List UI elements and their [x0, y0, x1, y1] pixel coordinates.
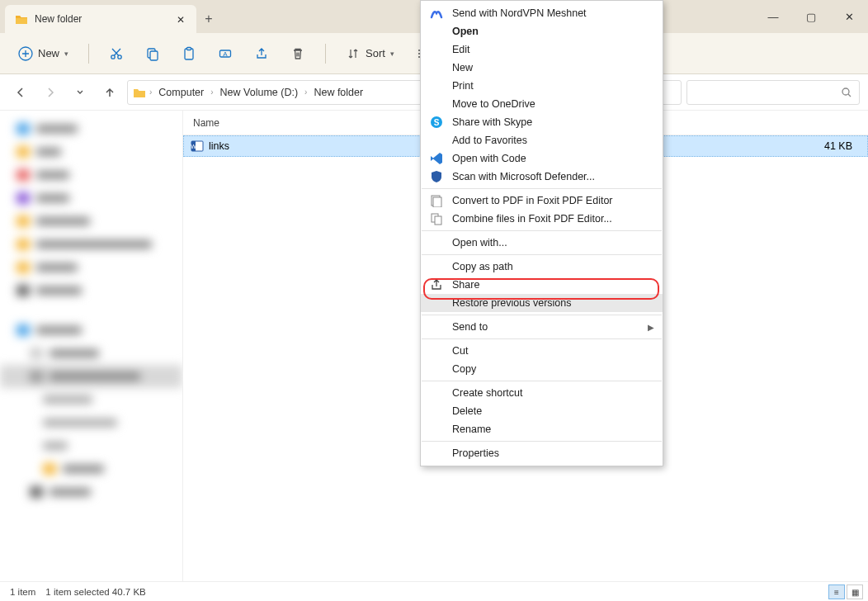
recent-button[interactable] [68, 80, 92, 105]
menu-item[interactable]: Send to▶ [421, 318, 663, 336]
chevron-down-icon: ▾ [64, 50, 68, 58]
sidebar[interactable] [0, 111, 183, 581]
menu-item[interactable]: Properties [421, 444, 663, 462]
folder-icon [15, 13, 28, 25]
menu-item-label: Send to [452, 321, 488, 333]
view-switcher: ≡ ▦ [828, 584, 863, 599]
menu-item[interactable]: New [421, 59, 663, 77]
sort-button-label: Sort [366, 47, 385, 59]
menu-item[interactable]: Open with Code [421, 149, 663, 168]
rename-icon: A [218, 46, 233, 61]
menu-item[interactable]: Convert to PDF in Foxit PDF Editor [421, 192, 663, 210]
share-button[interactable] [248, 41, 276, 66]
column-name[interactable]: Name [193, 117, 399, 129]
search-input[interactable] [686, 80, 860, 105]
close-window-button[interactable]: ✕ [830, 0, 868, 33]
maximize-button[interactable]: ▢ [792, 0, 830, 33]
menu-item-label: Delete [452, 405, 482, 417]
svg-point-1 [111, 54, 115, 58]
delete-button[interactable] [284, 41, 312, 66]
selection-status: 1 item selected 40.7 KB [45, 587, 145, 597]
plus-circle-icon [18, 46, 33, 61]
menu-item-label: Copy [452, 363, 476, 375]
up-button[interactable] [97, 80, 122, 105]
menu-item[interactable]: Restore previous versions [421, 294, 663, 312]
vscode-icon [429, 151, 444, 166]
svg-text:S: S [434, 118, 440, 127]
tab-active[interactable]: New folder ✕ [5, 5, 196, 33]
menu-item-label: Rename [452, 424, 491, 435]
share-icon [254, 46, 269, 61]
menu-item-label: Cut [452, 345, 468, 357]
svg-rect-4 [150, 51, 158, 60]
tab-close-button[interactable]: ✕ [177, 14, 186, 24]
menu-item-label: Open with... [452, 237, 507, 248]
menu-item-label: Restore previous versions [452, 297, 572, 309]
menu-item[interactable]: Copy as path [421, 258, 663, 276]
menu-item[interactable]: Copy [421, 360, 663, 378]
icons-view-button[interactable]: ▦ [847, 584, 863, 599]
menu-item-label: Combine files in Foxit PDF Editor... [452, 213, 612, 225]
crumb-volume[interactable]: New Volume (D:) [217, 85, 301, 100]
menu-item[interactable]: SShare with Skype [421, 113, 663, 131]
svg-point-9 [842, 88, 849, 95]
menu-item[interactable]: Share [421, 276, 663, 294]
menu-separator [422, 441, 662, 442]
chevron-down-icon: ▾ [390, 50, 394, 58]
menu-item-label: Move to OneDrive [452, 98, 535, 110]
context-menu: Send with NordVPN MeshnetOpenEditNewPrin… [420, 0, 663, 466]
item-count: 1 item [10, 587, 35, 597]
sort-button[interactable]: Sort ▾ [339, 41, 401, 66]
menu-item-label: New [452, 62, 473, 73]
nord-icon [429, 6, 444, 21]
window-controls: — ▢ ✕ [754, 0, 868, 33]
file-size: 41 KB [811, 140, 861, 152]
cut-button[interactable] [102, 41, 130, 66]
details-view-button[interactable]: ≡ [828, 584, 845, 599]
skype-icon: S [429, 115, 444, 130]
menu-item[interactable]: Open with... [421, 234, 663, 252]
copy-button[interactable] [139, 41, 167, 66]
menu-item-label: Edit [452, 44, 470, 55]
crumb-computer[interactable]: Computer [155, 85, 207, 100]
new-button-label: New [38, 47, 59, 59]
forward-button[interactable] [38, 80, 63, 105]
foxit1-icon [429, 193, 444, 208]
search-icon [841, 87, 852, 98]
tab-title: New folder [35, 13, 170, 25]
menu-item[interactable]: Open [421, 22, 663, 40]
menu-separator [422, 381, 662, 381]
svg-rect-18 [435, 216, 441, 225]
menu-item-label: Print [452, 80, 474, 92]
new-tab-button[interactable]: + [196, 5, 221, 33]
new-button[interactable]: New ▾ [12, 41, 75, 66]
menu-item-label: Open with Code [452, 153, 526, 164]
menu-item[interactable]: Edit [421, 40, 663, 59]
separator [88, 44, 89, 64]
menu-item[interactable]: Combine files in Foxit PDF Editor... [421, 210, 663, 228]
menu-separator [422, 338, 662, 339]
trash-icon [290, 46, 305, 61]
menu-item[interactable]: Scan with Microsoft Defender... [421, 168, 663, 186]
minimize-button[interactable]: — [754, 0, 792, 33]
menu-item[interactable]: Print [421, 77, 663, 95]
menu-item-label: Properties [452, 447, 499, 459]
menu-item-label: Share [452, 279, 479, 291]
clipboard-icon [182, 46, 196, 61]
rename-button[interactable]: A [211, 41, 239, 66]
menu-item[interactable]: Move to OneDrive [421, 95, 663, 113]
menu-item[interactable]: Create shortcut [421, 384, 663, 402]
menu-item[interactable]: Add to Favorites [421, 131, 663, 149]
file-name: links [209, 140, 229, 152]
back-button[interactable] [8, 80, 33, 105]
paste-button[interactable] [175, 41, 203, 66]
menu-item[interactable]: Send with NordVPN Meshnet [421, 4, 663, 22]
menu-item-label: Copy as path [452, 261, 513, 272]
menu-item[interactable]: Rename [421, 420, 663, 438]
menu-item[interactable]: Delete [421, 402, 663, 420]
menu-item[interactable]: Cut [421, 342, 663, 360]
chevron-right-icon: › [210, 88, 213, 97]
crumb-folder[interactable]: New folder [310, 85, 366, 100]
menu-separator [422, 230, 662, 231]
menu-item-label: Share with Skype [452, 116, 532, 128]
